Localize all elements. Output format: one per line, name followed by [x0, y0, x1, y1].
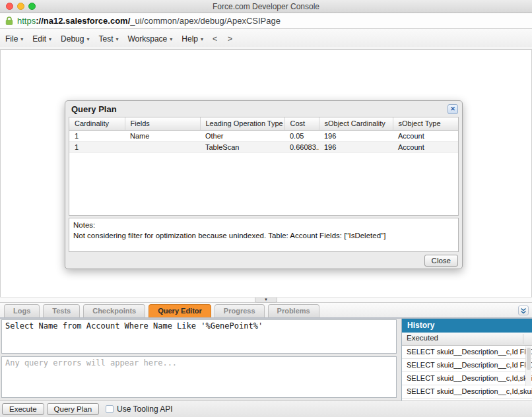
nav-forward-icon[interactable]: >: [228, 34, 232, 44]
menu-file[interactable]: File▾: [5, 34, 23, 44]
soql-query-input[interactable]: Select Name from Account Where Name Like…: [1, 319, 397, 354]
panel-splitter: ▼: [0, 297, 532, 303]
list-item[interactable]: SELECT skuid__Description__c,Id,skuid...: [402, 385, 532, 399]
caret-down-icon: ▾: [20, 36, 23, 42]
col-sobject-cardinality[interactable]: sObject Cardinality: [319, 117, 393, 130]
menu-edit[interactable]: Edit▾: [32, 34, 51, 44]
scrollbar-thumb[interactable]: [527, 348, 531, 370]
col-cardinality[interactable]: Cardinality: [69, 117, 125, 130]
history-panel-title: History: [402, 319, 532, 333]
splitter-handle[interactable]: ▼: [255, 298, 277, 303]
caret-down-icon: ▼: [264, 298, 268, 302]
grid-header-row: Cardinality Fields Leading Operation Typ…: [69, 117, 458, 130]
url-host: ://na12.salesforce.com/: [36, 16, 130, 26]
url-scheme: https: [17, 16, 36, 26]
close-button[interactable]: Close: [424, 255, 458, 267]
caret-down-icon: ▾: [49, 36, 51, 42]
notes-label: Notes:: [73, 220, 454, 231]
menu-debug[interactable]: Debug▾: [61, 34, 89, 44]
nav-back-icon[interactable]: <: [213, 34, 217, 44]
execute-button[interactable]: Execute: [2, 403, 44, 415]
tab-problems[interactable]: Problems: [268, 304, 319, 317]
table-row[interactable]: 1 TableScan 0.66083... 196 Account: [69, 141, 458, 152]
query-editor-panel: Select Name from Account Where Name Like…: [0, 319, 532, 401]
history-panel: History Executed SELECT skuid__Descripti…: [401, 319, 532, 401]
menu-help[interactable]: Help▾: [182, 34, 203, 44]
dialog-title: Query Plan: [71, 104, 448, 114]
tab-progress[interactable]: Progress: [215, 304, 265, 317]
list-item[interactable]: SELECT skuid__Description__c,Id,skuid...: [402, 372, 532, 385]
close-icon[interactable]: ✕: [448, 104, 458, 114]
col-cost[interactable]: Cost: [284, 117, 319, 130]
editor-workspace: Query Plan ✕ Cardinality Fields Leading …: [0, 50, 532, 297]
window-titlebar: Force.com Developer Console: [0, 0, 532, 13]
browser-address-bar[interactable]: https://na12.salesforce.com/_ui/common/a…: [0, 13, 532, 29]
url-text: https://na12.salesforce.com/_ui/common/a…: [17, 16, 281, 26]
query-plan-notes: Notes: Not considering filter for optimi…: [69, 218, 459, 252]
query-plan-button[interactable]: Query Plan: [47, 403, 100, 415]
window-title: Force.com Developer Console: [0, 2, 532, 11]
tab-tests[interactable]: Tests: [43, 304, 80, 317]
caret-down-icon: ▾: [170, 36, 172, 42]
use-tooling-api-checkbox[interactable]: [106, 405, 114, 413]
list-item[interactable]: SELECT skuid__Description__c,Id FRO...: [402, 346, 532, 359]
col-sobject-type[interactable]: sObject Type: [393, 117, 458, 130]
console-menubar: File▾ Edit▾ Debug▾ Test▾ Workspace▾ Help…: [0, 29, 532, 50]
query-error-output: Any query errors will appear here...: [1, 356, 397, 398]
collapse-panel-button[interactable]: [518, 305, 529, 315]
list-item[interactable]: SELECT skuid__Description__c,Id FRO...: [402, 359, 532, 372]
bottom-panel-tabbar: Logs Tests Checkpoints Query Editor Prog…: [0, 303, 532, 319]
col-fields[interactable]: Fields: [125, 117, 200, 130]
query-editor-toolbar: Execute Query Plan Use Tooling API: [0, 401, 532, 417]
query-plan-dialog: Query Plan ✕ Cardinality Fields Leading …: [65, 100, 463, 269]
use-tooling-api-label: Use Tooling API: [117, 404, 173, 414]
tab-query-editor[interactable]: Query Editor: [149, 304, 211, 317]
history-scrollbar[interactable]: [525, 346, 531, 386]
history-executed-column-header[interactable]: Executed: [402, 333, 532, 346]
double-chevron-down-icon: [520, 307, 527, 314]
menu-workspace[interactable]: Workspace▾: [127, 34, 172, 44]
notes-text: Not considering filter for optimization …: [73, 231, 454, 241]
caret-down-icon: ▾: [201, 36, 203, 42]
query-plan-dialog-header: Query Plan ✕: [65, 101, 462, 117]
menu-test[interactable]: Test▾: [98, 34, 118, 44]
dialog-footer: Close: [65, 252, 462, 269]
col-leading-operation-type[interactable]: Leading Operation Type: [200, 117, 284, 130]
tab-checkpoints[interactable]: Checkpoints: [83, 304, 145, 317]
tab-logs[interactable]: Logs: [4, 304, 40, 317]
table-row[interactable]: 1 Name Other 0.05 196 Account: [69, 130, 458, 141]
query-plan-grid: Cardinality Fields Leading Operation Typ…: [69, 117, 459, 216]
caret-down-icon: ▾: [86, 36, 89, 42]
lock-icon: [5, 16, 13, 25]
caret-down-icon: ▾: [116, 36, 118, 42]
url-path: _ui/common/apex/debug/ApexCSIPage: [130, 16, 281, 26]
